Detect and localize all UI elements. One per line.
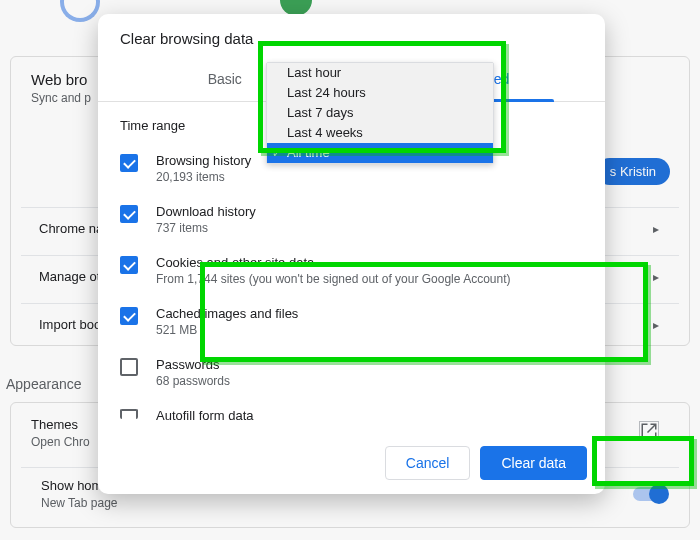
item-title: Passwords [156,357,230,372]
item-sub: From 1,744 sites (you won't be signed ou… [156,272,511,286]
item-sub: 68 passwords [156,374,230,388]
clear-data-button[interactable]: Clear data [480,446,587,480]
item-autofill: Autofill form data [120,398,583,433]
dialog-title: Clear browsing data [98,14,605,47]
item-download-history: Download history737 items [120,194,583,245]
time-range-label: Time range [120,118,185,133]
item-passwords: Passwords68 passwords [120,347,583,398]
item-title: Cached images and files [156,306,298,321]
checkbox-browsing-history[interactable] [120,154,138,172]
checkbox-autofill[interactable] [120,409,138,419]
dropdown-option[interactable]: Last 24 hours [267,83,493,103]
checkbox-passwords[interactable] [120,358,138,376]
dropdown-option[interactable]: Last hour [267,63,493,83]
item-sub: 20,193 items [156,170,251,184]
dialog-footer: Cancel Clear data [385,446,587,480]
checkbox-download-history[interactable] [120,205,138,223]
item-cache: Cached images and files521 MB [120,296,583,347]
dropdown-option[interactable]: Last 4 weeks [267,123,493,143]
item-title: Browsing history [156,153,251,168]
clear-browsing-data-dialog: Clear browsing data Basic Advanced Time … [98,14,605,494]
checkbox-cache[interactable] [120,307,138,325]
checkbox-cookies[interactable] [120,256,138,274]
item-title: Autofill form data [156,408,254,423]
time-range-dropdown[interactable]: Last hour Last 24 hours Last 7 days Last… [266,62,494,164]
cancel-button[interactable]: Cancel [385,446,471,480]
item-title: Cookies and other site data [156,255,511,270]
item-sub: 737 items [156,221,256,235]
item-cookies: Cookies and other site dataFrom 1,744 si… [120,245,583,296]
item-title: Download history [156,204,256,219]
dropdown-option[interactable]: Last 7 days [267,103,493,123]
dropdown-option-selected[interactable]: All time [267,143,493,163]
item-sub: 521 MB [156,323,298,337]
